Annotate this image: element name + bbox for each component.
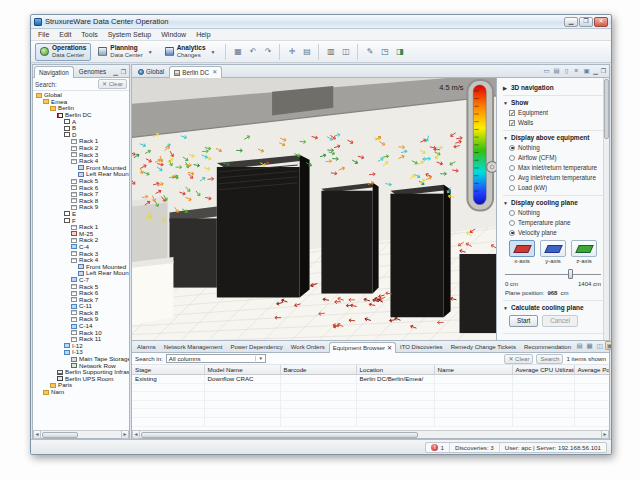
tree-item-e[interactable]: E [33,211,129,218]
scale-options-knob[interactable] [487,162,496,173]
axis-button-y-axis[interactable] [540,240,566,257]
close-button[interactable]: ✕ [594,17,608,27]
edit-icon[interactable]: ✎ [363,45,376,58]
view-minimize-icon[interactable]: ▁ [592,67,599,74]
view-maximize-icon[interactable]: ❐ [600,67,607,74]
menu-file[interactable]: File [33,29,54,40]
bottom-tab-work-orders[interactable]: Work Orders [287,341,329,352]
radio-velocity-plane[interactable]: Velocity plane [509,229,603,236]
split-view-icon[interactable]: ▯ [562,66,571,75]
tree-search-clear-button[interactable]: ✕ Clear [98,79,127,89]
bottom-tab-alarms[interactable]: Alarms [133,341,160,352]
bottom-tab-network-management[interactable]: Network Management [160,341,227,352]
bottom-tab-power-dependency[interactable]: Power Dependency [226,341,286,352]
monitor-view-icon[interactable]: ◫ [595,341,604,350]
fit-view-icon[interactable]: ▭ [542,66,551,75]
panel-minimize-icon[interactable]: ▁ [112,68,119,75]
table-row[interactable]: ExistingDownflow CRACBerlin DC/Berlin/Em… [132,375,609,384]
save-icon[interactable]: ▦ [231,45,244,58]
table-horizontal-scrollbar[interactable]: ◄ ► [132,430,609,438]
mode-button-analytics[interactable]: AnalyticsChanges▼ [160,43,221,61]
plane-position-value[interactable]: 968 [547,290,557,296]
section-header-display-above-equipment[interactable]: ▼Display above equipment [503,134,603,141]
bottom-tab-remedy-change-tickets[interactable]: Remedy Change Tickets [447,341,520,352]
column-header-barcode[interactable]: Barcode [280,365,356,375]
scroll-thumb[interactable] [141,432,418,438]
close-tab-icon[interactable]: ✕ [387,344,392,352]
redo-icon[interactable]: ↷ [261,45,274,58]
bottom-tab-recommendation[interactable]: Recommendation [520,341,575,352]
3d-scene-viewport[interactable]: 4.5 m/s [132,78,497,340]
section-header-show[interactable]: ▼Show [503,99,603,106]
tree-item-global[interactable]: Global [33,92,129,99]
start-button[interactable]: Start [509,315,538,327]
tree-item-b[interactable]: B [33,125,129,132]
export-report-icon[interactable]: ◳ [378,45,391,58]
column-header-name[interactable]: Name [434,365,512,375]
navigate-icon[interactable]: ✛ [285,45,298,58]
column-header-stage[interactable]: Stage [132,365,204,375]
tree-item-a[interactable]: A [33,118,129,125]
menu-help[interactable]: Help [191,29,215,40]
column-header-average-pow[interactable]: Average Pow... [574,365,609,375]
copy-icon[interactable]: ▤ [300,45,313,58]
table-search-button[interactable]: Search [536,354,563,364]
tree-item-rack-9[interactable]: Rack 9 [33,204,129,211]
tree-item-berlin-dc[interactable]: Berlin DC [33,112,129,119]
bottom-tab-ito-discoveries[interactable]: ITO Discoveries [396,341,447,352]
radio-nothing[interactable]: Nothing [509,209,603,216]
maximize-button[interactable]: ❐ [579,17,593,27]
scroll-left-icon[interactable]: ◄ [132,430,140,439]
plane-position-slider[interactable] [505,269,601,279]
mode-button-operations[interactable]: OperationsData Center [35,43,91,61]
titlebar[interactable]: StruxureWare Data Center Operation ▁ ❐ ✕ [31,15,611,29]
tree-item-berlin-ups-room[interactable]: Berlin UPS Room [33,376,129,383]
screenshot-view-icon[interactable]: ▣ [582,66,591,75]
menu-window[interactable]: Window [156,29,191,40]
panel-tab-genomes[interactable]: Genomes [74,65,111,77]
image-icon[interactable]: ▥ [324,45,337,58]
table-clear-button[interactable]: ✕ Clear [504,354,533,364]
scroll-right-icon[interactable]: ► [121,430,129,439]
checkbox-equipment[interactable]: Equipment [509,109,603,116]
section-header-3d-navigation[interactable]: ▶3D navigation [503,84,603,91]
camera-icon[interactable]: ◫ [339,45,352,58]
add-view-icon[interactable]: ▤ [575,341,584,350]
menu-tools[interactable]: Tools [76,29,102,40]
export-table-icon[interactable]: ◨ [393,45,406,58]
tree-horizontal-scrollbar[interactable]: ◄ ► [33,430,129,438]
list-view-icon[interactable]: ≡ [572,66,581,75]
discoveries-status[interactable]: Discoveries: 3 [449,443,499,452]
close-tab-icon[interactable]: ✕ [212,68,217,77]
menu-system-setup[interactable]: System Setup [103,29,157,40]
column-header-average-cpu-utilization[interactable]: Average CPU Utilization ... [512,365,574,375]
tree-item-emea[interactable]: Emea [33,99,129,106]
radio-max-inlet-return-temperature[interactable]: Max inlet/return temperature [509,164,603,171]
mode-button-planning[interactable]: PlanningData Center▼ [93,43,157,61]
undo-icon[interactable]: ↶ [246,45,259,58]
section-header-display-cooling-plane[interactable]: ▼Display cooling plane [503,199,603,206]
axis-button-z-axis[interactable] [571,240,597,257]
editor-tab-berlin-dc[interactable]: Berlin DC✕ [169,66,222,78]
layout-view-icon[interactable]: ▤ [552,66,561,75]
radio-airflow-cfm[interactable]: Airflow (CFM) [509,154,603,161]
editor-tab-global[interactable]: Global [133,65,169,77]
radio-avg-inlet-return-temperature[interactable]: Avg inlet/return temperature [509,174,603,181]
axis-button-x-axis[interactable] [509,240,535,257]
radio-load-kw[interactable]: Load (kW) [509,184,603,191]
sidebar-scrollbar[interactable] [603,78,609,340]
column-header-location[interactable]: Location [356,365,434,375]
bottom-tab-equipment-browser[interactable]: Equipment Browser✕ [329,342,396,353]
scroll-thumb[interactable] [42,432,78,438]
tree-item-paris[interactable]: Paris [33,382,129,389]
alarm-status[interactable]: ! 1 [426,443,448,452]
section-header-calculate-cooling-plane[interactable]: ▼Calculate cooling plane [503,304,603,311]
checkbox-walls[interactable]: Walls [509,119,603,126]
slider-handle[interactable] [568,269,573,279]
grid-view-icon[interactable]: ▦ [585,341,594,350]
search-in-select[interactable]: All columns▼ [166,354,266,363]
radio-nothing[interactable]: Nothing [509,144,603,151]
menu-edit[interactable]: Edit [54,29,76,40]
column-header-model-name[interactable]: Model Name [204,365,280,375]
panel-tab-navigation[interactable]: Navigation [34,66,74,78]
